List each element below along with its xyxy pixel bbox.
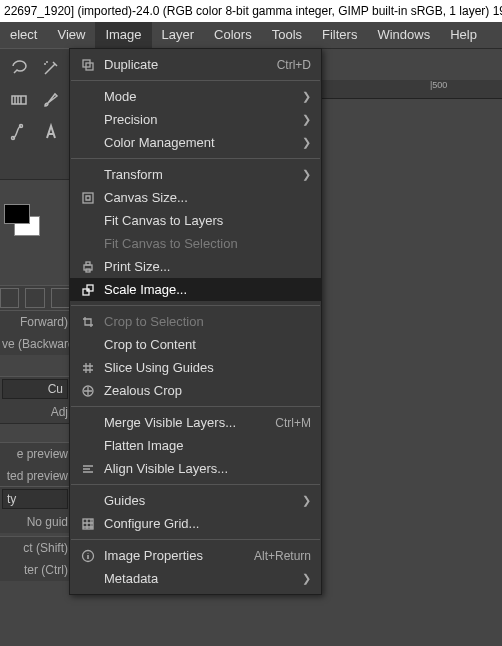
menu-layer[interactable]: Layer	[152, 22, 205, 48]
path-tool-icon[interactable]	[6, 119, 32, 145]
brush-tool-icon[interactable]	[38, 87, 64, 113]
menu-configure-grid[interactable]: Configure Grid...	[70, 512, 321, 535]
menu-item-label: Print Size...	[104, 259, 311, 274]
menu-separator	[71, 539, 320, 540]
preview-panel: e preview ted preview	[0, 442, 70, 487]
menu-guides[interactable]: Guides ❯	[70, 489, 321, 512]
menu-fit-canvas-layers[interactable]: Fit Canvas to Layers	[70, 209, 321, 232]
menu-zealous-crop[interactable]: Zealous Crop	[70, 379, 321, 402]
text-tool-icon[interactable]	[38, 119, 64, 145]
menu-align-layers[interactable]: Align Visible Layers...	[70, 457, 321, 480]
preview1-label: e preview	[0, 443, 70, 465]
menu-item-label: Metadata	[104, 571, 301, 586]
menu-bar: elect View Image Layer Colors Tools Filt…	[0, 22, 502, 49]
image-menu-dropdown: Duplicate Ctrl+D Mode ❯ Precision ❯ Colo…	[69, 48, 322, 595]
blank-icon	[78, 112, 98, 128]
menu-separator	[71, 406, 320, 407]
ty-input[interactable]: ty	[2, 489, 68, 509]
menu-item-label: Slice Using Guides	[104, 360, 311, 375]
menu-mode[interactable]: Mode ❯	[70, 85, 321, 108]
blank-icon	[78, 438, 98, 454]
menu-flatten[interactable]: Flatten Image	[70, 434, 321, 457]
menu-item-label: Precision	[104, 112, 301, 127]
submenu-arrow-icon: ❯	[301, 136, 311, 149]
menu-precision[interactable]: Precision ❯	[70, 108, 321, 131]
menu-view[interactable]: View	[47, 22, 95, 48]
svg-rect-5	[83, 193, 93, 203]
menu-item-accel: Alt+Return	[254, 549, 311, 563]
undo-forward-label: Forward)	[0, 311, 70, 333]
wand-tool-icon[interactable]	[38, 55, 64, 81]
align-icon	[78, 461, 98, 477]
shortcut-ctrl-label: ter (Ctrl)	[0, 559, 70, 581]
menu-metadata[interactable]: Metadata ❯	[70, 567, 321, 590]
menu-item-label: Fit Canvas to Selection	[104, 236, 311, 251]
horizontal-ruler: |500	[320, 80, 502, 99]
menu-item-label: Crop to Selection	[104, 314, 311, 329]
menu-tools[interactable]: Tools	[262, 22, 312, 48]
menu-item-label: Zealous Crop	[104, 383, 311, 398]
undo-history-panel: Forward) ve (Backward)	[0, 310, 70, 355]
lasso-tool-icon[interactable]	[6, 55, 32, 81]
print-icon	[78, 259, 98, 275]
menu-item-label: Image Properties	[104, 548, 246, 563]
blank-icon	[78, 135, 98, 151]
adjust-panel: Cu Adj	[0, 376, 70, 424]
type-panel: ty No guid	[0, 486, 70, 533]
window-title: 22697_1920] (imported)-24.0 (RGB color 8…	[0, 0, 502, 22]
svg-rect-0	[12, 96, 26, 104]
menu-item-label: Duplicate	[104, 57, 269, 72]
submenu-arrow-icon: ❯	[301, 90, 311, 103]
scale-icon	[78, 282, 98, 298]
blank-icon	[78, 89, 98, 105]
menu-item-label: Color Management	[104, 135, 301, 150]
menu-windows[interactable]: Windows	[367, 22, 440, 48]
blank-icon	[78, 493, 98, 509]
menu-transform[interactable]: Transform ❯	[70, 163, 321, 186]
menu-item-label: Merge Visible Layers...	[104, 415, 267, 430]
submenu-arrow-icon: ❯	[301, 494, 311, 507]
menu-filters[interactable]: Filters	[312, 22, 367, 48]
gradient-tool-icon[interactable]	[6, 87, 32, 113]
menu-help[interactable]: Help	[440, 22, 487, 48]
zealous-icon	[78, 383, 98, 399]
menu-scale-image[interactable]: Scale Image...	[70, 278, 321, 301]
menu-duplicate[interactable]: Duplicate Ctrl+D	[70, 53, 321, 76]
menu-colors[interactable]: Colors	[204, 22, 262, 48]
shortcut-shift-label: ct (Shift)	[0, 537, 70, 559]
menu-crop-selection: Crop to Selection	[70, 310, 321, 333]
menu-separator	[71, 484, 320, 485]
menu-crop-content[interactable]: Crop to Content	[70, 333, 321, 356]
menu-item-label: Guides	[104, 493, 301, 508]
menu-item-label: Align Visible Layers...	[104, 461, 311, 476]
color-swatches[interactable]	[0, 200, 40, 240]
menu-select[interactable]: elect	[0, 22, 47, 48]
menu-item-accel: Ctrl+M	[275, 416, 311, 430]
ruler-tick: |500	[430, 80, 447, 98]
blank-icon	[78, 236, 98, 252]
dock-tab-3[interactable]	[51, 288, 70, 308]
menu-item-label: Mode	[104, 89, 301, 104]
menu-print-size[interactable]: Print Size...	[70, 255, 321, 278]
dock-tabs	[0, 285, 70, 310]
menu-canvas-size[interactable]: Canvas Size...	[70, 186, 321, 209]
menu-image-properties[interactable]: Image Properties Alt+Return	[70, 544, 321, 567]
menu-image[interactable]: Image	[95, 22, 151, 48]
dock-tab-2[interactable]	[25, 288, 44, 308]
preview2-label: ted preview	[0, 465, 70, 487]
cube-input[interactable]: Cu	[2, 379, 68, 399]
dock-tab-1[interactable]	[0, 288, 19, 308]
fg-color-swatch[interactable]	[4, 204, 30, 224]
blank-icon	[78, 571, 98, 587]
blank-icon	[78, 167, 98, 183]
blank-icon	[78, 213, 98, 229]
blank-icon	[78, 415, 98, 431]
blank-icon	[78, 337, 98, 353]
menu-slice-guides[interactable]: Slice Using Guides	[70, 356, 321, 379]
menu-color-management[interactable]: Color Management ❯	[70, 131, 321, 154]
menu-merge-visible[interactable]: Merge Visible Layers... Ctrl+M	[70, 411, 321, 434]
menu-item-label: Scale Image...	[104, 282, 311, 297]
crop-icon	[78, 314, 98, 330]
canvas-size-icon	[78, 190, 98, 206]
menu-item-label: Configure Grid...	[104, 516, 311, 531]
